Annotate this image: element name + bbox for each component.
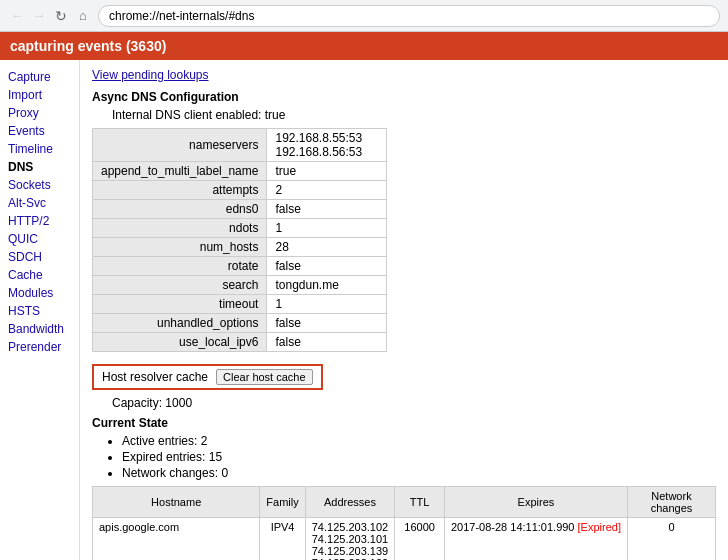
sidebar-item-prerender[interactable]: Prerender — [0, 338, 79, 356]
dns-value: 28 — [267, 238, 387, 257]
dns-row: timeout1 — [93, 295, 387, 314]
title-bar: capturing events (3630) — [0, 32, 728, 60]
cache-netchanges: 0 — [627, 518, 715, 561]
address-bar[interactable] — [98, 5, 720, 27]
home-button[interactable]: ⌂ — [74, 7, 92, 25]
dns-key: rotate — [93, 257, 267, 276]
dns-value: false — [267, 200, 387, 219]
sidebar: CaptureImportProxyEventsTimelineDNSSocke… — [0, 60, 80, 560]
dns-key: ndots — [93, 219, 267, 238]
cache-col-header: Expires — [444, 487, 627, 518]
cache-col-header: TTL — [395, 487, 445, 518]
cache-col-header: Network changes — [627, 487, 715, 518]
dns-key: attempts — [93, 181, 267, 200]
view-pending-link[interactable]: View pending lookups — [92, 68, 716, 82]
state-bullets-list: Active entries: 2Expired entries: 15Netw… — [92, 434, 716, 480]
dns-value: tongdun.me — [267, 276, 387, 295]
cache-row: apis.google.comIPV474.125.203.10274.125.… — [93, 518, 716, 561]
dns-row: unhandled_optionsfalse — [93, 314, 387, 333]
cache-ttl: 16000 — [395, 518, 445, 561]
sidebar-item-dns[interactable]: DNS — [0, 158, 79, 176]
state-bullet: Active entries: 2 — [122, 434, 716, 448]
dns-row: ndots1 — [93, 219, 387, 238]
sidebar-item-modules[interactable]: Modules — [0, 284, 79, 302]
dns-key: num_hosts — [93, 238, 267, 257]
cache-addresses: 74.125.203.10274.125.203.10174.125.203.1… — [305, 518, 394, 561]
internal-dns-bullet: Internal DNS client enabled: true — [112, 108, 716, 122]
dns-key: search — [93, 276, 267, 295]
sidebar-item-http2[interactable]: HTTP/2 — [0, 212, 79, 230]
title-text: capturing events (3630) — [10, 38, 166, 54]
clear-cache-button[interactable]: Clear host cache — [216, 369, 313, 385]
refresh-button[interactable]: ↻ — [52, 7, 70, 25]
dns-row: rotatefalse — [93, 257, 387, 276]
sidebar-item-alt-svc[interactable]: Alt-Svc — [0, 194, 79, 212]
dns-value: false — [267, 257, 387, 276]
nav-buttons: ← → ↻ ⌂ — [8, 7, 92, 25]
capacity-bullet: Capacity: 1000 — [112, 396, 716, 410]
forward-button[interactable]: → — [30, 7, 48, 25]
cache-hostname: apis.google.com — [93, 518, 260, 561]
async-dns-title: Async DNS Configuration — [92, 90, 716, 104]
cache-family: IPV4 — [260, 518, 305, 561]
sidebar-item-timeline[interactable]: Timeline — [0, 140, 79, 158]
dns-row: num_hosts28 — [93, 238, 387, 257]
sidebar-item-capture[interactable]: Capture — [0, 68, 79, 86]
dns-value: 2 — [267, 181, 387, 200]
expired-label: [Expired] — [578, 521, 621, 533]
sidebar-item-cache[interactable]: Cache — [0, 266, 79, 284]
cache-col-header: Addresses — [305, 487, 394, 518]
dns-row: edns0false — [93, 200, 387, 219]
main-layout: CaptureImportProxyEventsTimelineDNSSocke… — [0, 60, 728, 560]
cache-col-header: Family — [260, 487, 305, 518]
cache-expires: 2017-08-28 14:11:01.990 [Expired] — [444, 518, 627, 561]
dns-key: edns0 — [93, 200, 267, 219]
browser-toolbar: ← → ↻ ⌂ — [0, 0, 728, 32]
dns-config-table: nameservers192.168.8.55:53192.168.8.56:5… — [92, 128, 387, 352]
dns-value: 192.168.8.55:53192.168.8.56:53 — [267, 129, 387, 162]
cache-table: HostnameFamilyAddressesTTLExpiresNetwork… — [92, 486, 716, 560]
state-bullet: Network changes: 0 — [122, 466, 716, 480]
dns-value: 1 — [267, 219, 387, 238]
dns-key: unhandled_options — [93, 314, 267, 333]
host-resolver-label: Host resolver cache — [102, 370, 208, 384]
host-resolver-box: Host resolver cache Clear host cache — [92, 364, 323, 390]
sidebar-item-sdch[interactable]: SDCH — [0, 248, 79, 266]
dns-value: 1 — [267, 295, 387, 314]
dns-row: searchtongdun.me — [93, 276, 387, 295]
dns-key: timeout — [93, 295, 267, 314]
dns-key: use_local_ipv6 — [93, 333, 267, 352]
back-button[interactable]: ← — [8, 7, 26, 25]
dns-value: false — [267, 333, 387, 352]
current-state-title: Current State — [92, 416, 716, 430]
state-bullet: Expired entries: 15 — [122, 450, 716, 464]
dns-row: attempts2 — [93, 181, 387, 200]
dns-row: use_local_ipv6false — [93, 333, 387, 352]
sidebar-item-bandwidth[interactable]: Bandwidth — [0, 320, 79, 338]
sidebar-item-quic[interactable]: QUIC — [0, 230, 79, 248]
cache-col-header: Hostname — [93, 487, 260, 518]
sidebar-item-import[interactable]: Import — [0, 86, 79, 104]
dns-value: true — [267, 162, 387, 181]
dns-value: false — [267, 314, 387, 333]
sidebar-item-proxy[interactable]: Proxy — [0, 104, 79, 122]
dns-row: append_to_multi_label_nametrue — [93, 162, 387, 181]
dns-row: nameservers192.168.8.55:53192.168.8.56:5… — [93, 129, 387, 162]
sidebar-item-events[interactable]: Events — [0, 122, 79, 140]
dns-key: append_to_multi_label_name — [93, 162, 267, 181]
content-area: View pending lookups Async DNS Configura… — [80, 60, 728, 560]
sidebar-item-hsts[interactable]: HSTS — [0, 302, 79, 320]
dns-key: nameservers — [93, 129, 267, 162]
sidebar-item-sockets[interactable]: Sockets — [0, 176, 79, 194]
